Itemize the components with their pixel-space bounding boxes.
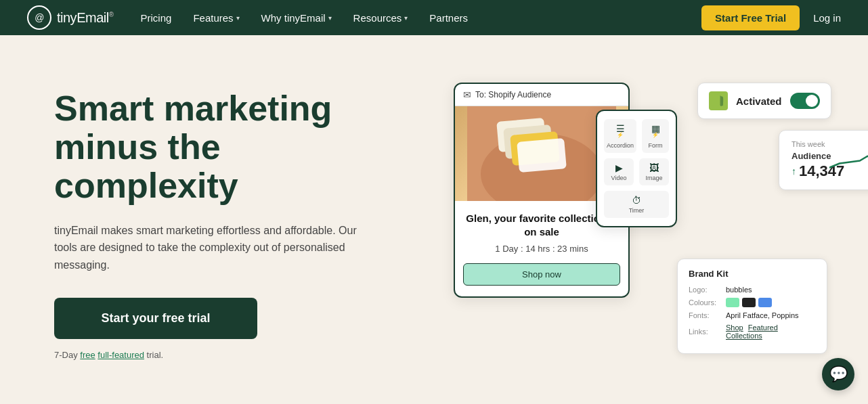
builder-timer-item[interactable]: ⏱ Timer xyxy=(604,191,669,218)
audience-widget: This week Audience ↑ 14,347 xyxy=(779,130,868,190)
brand-kit-link-featured[interactable]: Featured xyxy=(748,323,778,332)
hero-title: Smart marketing minus the complexity xyxy=(54,89,406,206)
email-countdown-timer: 1 Day : 14 hrs : 23 mins xyxy=(463,244,620,254)
nav-pricing[interactable]: Pricing xyxy=(141,12,172,24)
builder-accordion-item[interactable]: ☰ ⚡ Accordion xyxy=(604,119,636,153)
activated-text: Activated xyxy=(736,95,782,107)
trial-free-link[interactable]: free xyxy=(80,350,95,360)
lightning-icon: ⚡ xyxy=(652,132,659,138)
brand-kit-fonts-label: Fonts: xyxy=(689,311,726,319)
color-swatch-blue xyxy=(758,298,772,307)
brand-kit-link-shop[interactable]: Shop xyxy=(726,323,743,332)
brand-kit-links-label: Links: xyxy=(689,328,726,336)
image-icon: 🖼 xyxy=(642,162,666,173)
brand-kit-link-collections[interactable]: Collections xyxy=(726,332,762,340)
audience-sparkline-chart xyxy=(829,148,868,172)
logo-text: tinyEmail® xyxy=(57,10,114,26)
up-arrow-icon: ↑ xyxy=(791,166,796,177)
soap-illustration xyxy=(467,106,616,201)
nav-partners[interactable]: Partners xyxy=(429,12,468,24)
builder-video-item[interactable]: ▶ Video xyxy=(604,158,634,185)
hero-right-mockups: ✉ To: Shopify Audience Glen, y xyxy=(433,76,827,401)
brand-kit-links-row: Links: Shop Featured Collections xyxy=(689,323,816,340)
chevron-down-icon: ▾ xyxy=(328,14,332,22)
brand-kit-color-swatches xyxy=(726,298,772,307)
chat-icon: 💬 xyxy=(829,365,848,383)
hero-cta-button[interactable]: Start your free trial xyxy=(54,298,257,339)
nav-resources[interactable]: Resources ▾ xyxy=(353,12,408,24)
svg-rect-5 xyxy=(517,138,567,173)
brand-kit-logo-row: Logo: bubbles xyxy=(689,286,816,294)
shopify-icon xyxy=(709,91,728,110)
builder-widget: ☰ ⚡ Accordion ▦ ⚡ Form ▶ Video 🖼 Image xyxy=(596,110,677,227)
logo-icon: @ xyxy=(27,5,51,30)
brand-kit-fonts-row: Fonts: April Fatface, Poppins xyxy=(689,311,816,319)
brand-kit-logo-label: Logo: xyxy=(689,286,726,294)
video-icon: ▶ xyxy=(607,162,631,173)
builder-image-item[interactable]: 🖼 Image xyxy=(639,158,669,185)
chevron-down-icon: ▾ xyxy=(404,14,408,22)
brand-kit-logo-value: bubbles xyxy=(726,286,752,294)
navbar: @ tinyEmail® Pricing Features ▾ Why tiny… xyxy=(0,0,868,35)
chevron-down-icon: ▾ xyxy=(236,14,240,22)
activated-badge: Activated xyxy=(697,83,831,119)
nav-features[interactable]: Features ▾ xyxy=(193,12,239,24)
hero-left: Smart marketing minus the complexity tin… xyxy=(54,76,406,360)
brand-kit-colours-row: Colours: xyxy=(689,298,816,307)
builder-form-item[interactable]: ▦ ⚡ Form xyxy=(642,119,669,153)
chat-widget-button[interactable]: 💬 xyxy=(822,358,854,390)
brand-kit-fonts-value: April Fatface, Poppins xyxy=(726,311,799,319)
email-shop-button[interactable]: Shop now xyxy=(463,263,620,286)
nav-why[interactable]: Why tinyEmail ▾ xyxy=(261,12,332,24)
hero-section: Smart marketing minus the complexity tin… xyxy=(0,35,868,404)
toggle-knob xyxy=(806,95,818,107)
brand-kit-colours-label: Colours: xyxy=(689,298,726,307)
email-icon: ✉ xyxy=(463,89,471,100)
nav-start-trial-button[interactable]: Start Free Trial xyxy=(701,5,800,30)
hero-description: tinyEmail makes smart marketing effortle… xyxy=(54,222,379,274)
brand-kit-links-values: Shop Featured Collections xyxy=(726,323,816,340)
nav-links: Pricing Features ▾ Why tinyEmail ▾ Resou… xyxy=(141,12,702,24)
color-swatch-green xyxy=(726,298,739,307)
audience-week-label: This week xyxy=(791,140,868,148)
timer-icon: ⏱ xyxy=(607,195,666,206)
email-header: ✉ To: Shopify Audience xyxy=(455,84,628,106)
lightning-icon: ⚡ xyxy=(617,132,624,138)
brand-kit-title: Brand Kit xyxy=(689,269,816,279)
trial-featured-link[interactable]: full-featured xyxy=(97,350,144,360)
brand-kit-card: Brand Kit Logo: bubbles Colours: Fonts: … xyxy=(677,259,827,354)
nav-login-link[interactable]: Log in xyxy=(813,12,841,24)
toggle-switch[interactable] xyxy=(790,93,820,109)
hero-trial-note: 7-Day free full-featured trial. xyxy=(54,350,406,360)
color-swatch-black xyxy=(742,298,756,307)
logo[interactable]: @ tinyEmail® xyxy=(27,5,114,30)
